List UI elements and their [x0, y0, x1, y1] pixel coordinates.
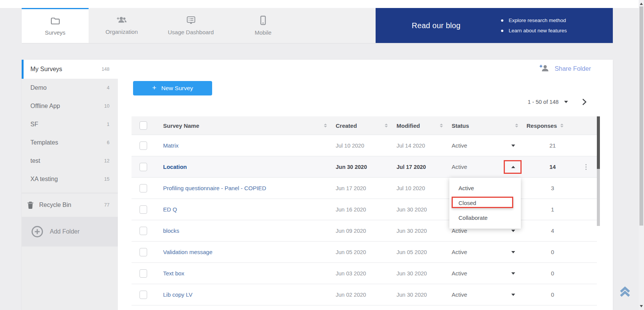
header-modified[interactable]: Modified: [391, 116, 446, 135]
recycle-bin-label: Recycle Bin: [39, 202, 71, 208]
cell-responses: 0: [521, 270, 597, 277]
page-top-strip: [0, 0, 639, 8]
table-scrollbar[interactable]: [597, 116, 600, 226]
scrollbar-up-arrow-icon[interactable]: [640, 3, 643, 5]
folder-count: 12: [104, 158, 109, 164]
table-row: Location Jun 30 2020 Jul 17 2020 Active …: [132, 156, 597, 178]
status-caret-icon[interactable]: [511, 230, 515, 232]
row-checkbox[interactable]: [140, 205, 147, 214]
top-navbar: Surveys Organization Usage Dashboard Mob…: [22, 8, 613, 43]
row-checkbox[interactable]: [140, 269, 147, 278]
scrollbar-down-arrow-icon[interactable]: [640, 305, 643, 307]
annotation-box-status-caret: [504, 160, 522, 174]
cell-name[interactable]: blocks: [155, 227, 330, 234]
sort-icon[interactable]: [440, 124, 443, 127]
blog-banner[interactable]: Read our blog Explore research method Le…: [376, 8, 613, 43]
annotation-box-closed-option: [452, 197, 513, 208]
page-scrollbar-thumb[interactable]: [639, 6, 643, 226]
next-page-button[interactable]: [582, 98, 587, 106]
dropdown-option[interactable]: Collaborate: [449, 210, 521, 225]
folder-count: 10: [104, 103, 109, 109]
cell-modified: Jul 14 2020: [391, 143, 446, 149]
cell-status: Active: [452, 164, 467, 170]
scroll-to-top-button[interactable]: [618, 285, 632, 300]
new-survey-button[interactable]: + New Survey: [133, 81, 212, 95]
cell-status: Active: [452, 270, 467, 277]
row-checkbox[interactable]: [140, 227, 147, 235]
share-folder-button[interactable]: Share Folder: [539, 64, 591, 73]
header-responses[interactable]: Responses: [521, 116, 597, 135]
cell-name[interactable]: Location: [155, 164, 330, 170]
pagination-caret-icon[interactable]: [564, 101, 568, 103]
sidebar-folder-item[interactable]: Demo 4: [22, 79, 118, 97]
cell-name[interactable]: Text box: [155, 270, 330, 277]
folder-label: Demo: [30, 84, 47, 91]
row-checkbox[interactable]: [140, 184, 147, 192]
cell-name[interactable]: Profiling questionnaire - Panel - COPIED: [155, 185, 330, 191]
status-caret-icon[interactable]: [511, 272, 515, 275]
plus-icon: +: [152, 84, 156, 92]
sidebar-folder-item[interactable]: test 12: [22, 152, 118, 170]
row-menu-icon[interactable]: [585, 164, 587, 170]
header-created[interactable]: Created: [330, 116, 391, 135]
pagination-range[interactable]: 1 - 50 of 148: [528, 99, 558, 105]
sort-icon[interactable]: [515, 124, 518, 127]
cell-created: Jun 16 2020: [330, 207, 391, 213]
cell-status: Active: [452, 142, 467, 149]
header-status[interactable]: Status: [446, 116, 521, 135]
dropdown-option[interactable]: Active: [449, 181, 521, 196]
header-label: Status: [452, 122, 469, 129]
sidebar-folder-item[interactable]: Templates 6: [22, 134, 118, 152]
header-survey-name[interactable]: Survey Name: [155, 116, 330, 135]
table-row: Text box Jun 03 2020 Jun 30 2020 Active …: [132, 263, 597, 284]
cell-created: Jun 17 2020: [330, 185, 391, 191]
cell-modified: Jun 30 2020: [391, 207, 446, 213]
cell-name[interactable]: Lib copy LV: [155, 291, 330, 298]
sort-icon[interactable]: [385, 124, 388, 127]
cell-responses: 0: [521, 291, 597, 298]
survey-list-panel: Share Folder + New Survey 1 - 50 of 148 …: [118, 60, 613, 310]
cell-name[interactable]: Matrix: [155, 142, 330, 149]
tab-usage-dashboard[interactable]: Usage Dashboard: [155, 8, 227, 43]
sort-icon[interactable]: [324, 124, 327, 127]
table-scrollbar-thumb[interactable]: [597, 116, 600, 169]
row-checkbox[interactable]: [140, 163, 147, 171]
row-checkbox[interactable]: [140, 291, 147, 299]
row-checkbox[interactable]: [140, 248, 147, 256]
cell-modified: Jun 30 2020: [391, 228, 446, 234]
sidebar-folder-item[interactable]: XA testing 15: [22, 170, 118, 188]
row-checkbox[interactable]: [140, 141, 147, 150]
folder-label: test: [30, 157, 40, 164]
table-row: Lib copy LV Jun 02 2020 Jun 30 2020 Acti…: [132, 284, 597, 305]
cell-name[interactable]: Validation message: [155, 249, 330, 255]
cell-created: Jul 10 2020: [330, 143, 391, 149]
cell-created: Jun 30 2020: [330, 164, 391, 170]
status-caret-icon[interactable]: [511, 145, 515, 147]
banner-bullet-list: Explore research method Learn about new …: [501, 15, 567, 36]
select-all-checkbox[interactable]: [140, 121, 147, 130]
cell-responses: 0: [521, 249, 597, 255]
header-label: Modified: [397, 122, 420, 129]
tab-mobile[interactable]: Mobile: [227, 8, 299, 43]
sidebar-folder-item[interactable]: My Surveys 148: [22, 60, 118, 79]
table-row: Profiling questionnaire - Panel - COPIED…: [132, 178, 597, 199]
sidebar-folder-item[interactable]: Offline App 10: [22, 97, 118, 115]
status-caret-icon[interactable]: [511, 251, 515, 253]
tab-surveys[interactable]: Surveys: [22, 8, 89, 43]
tab-organization[interactable]: Organization: [89, 8, 155, 43]
page-scrollbar[interactable]: [639, 0, 644, 310]
cell-name[interactable]: ED Q: [155, 206, 330, 213]
sidebar-item-recycle-bin[interactable]: Recycle Bin 77: [22, 193, 118, 217]
person-add-icon: [539, 64, 549, 73]
banner-bullet: Explore research method: [501, 15, 567, 25]
sidebar-folder-item[interactable]: SF 1: [22, 115, 118, 134]
cell-created: Jun 05 2020: [330, 249, 391, 255]
cell-status: Active: [452, 291, 467, 298]
tab-label: Mobile: [255, 29, 271, 36]
add-folder-button[interactable]: Add Folder: [22, 217, 118, 246]
status-caret-icon[interactable]: [511, 294, 515, 296]
sort-icon[interactable]: [560, 124, 563, 127]
folder-label: My Surveys: [30, 66, 62, 73]
folder-count: 1: [107, 122, 109, 127]
banner-title: Read our blog: [412, 21, 460, 30]
